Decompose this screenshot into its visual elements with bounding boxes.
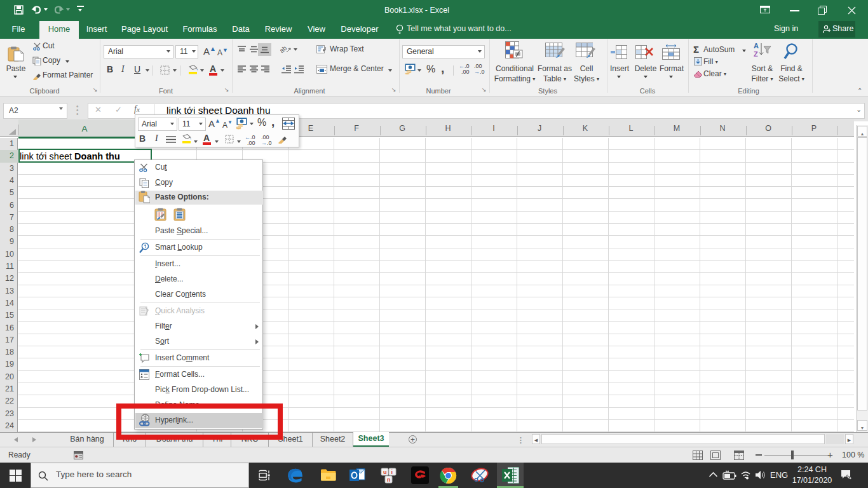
svg-text:u: u xyxy=(383,469,387,475)
svg-text:Z: Z xyxy=(754,50,758,58)
svg-text:i: i xyxy=(391,469,393,475)
svg-text:n: n xyxy=(387,477,391,483)
svg-text:A: A xyxy=(754,42,759,50)
svg-text:ab: ab xyxy=(280,44,288,54)
